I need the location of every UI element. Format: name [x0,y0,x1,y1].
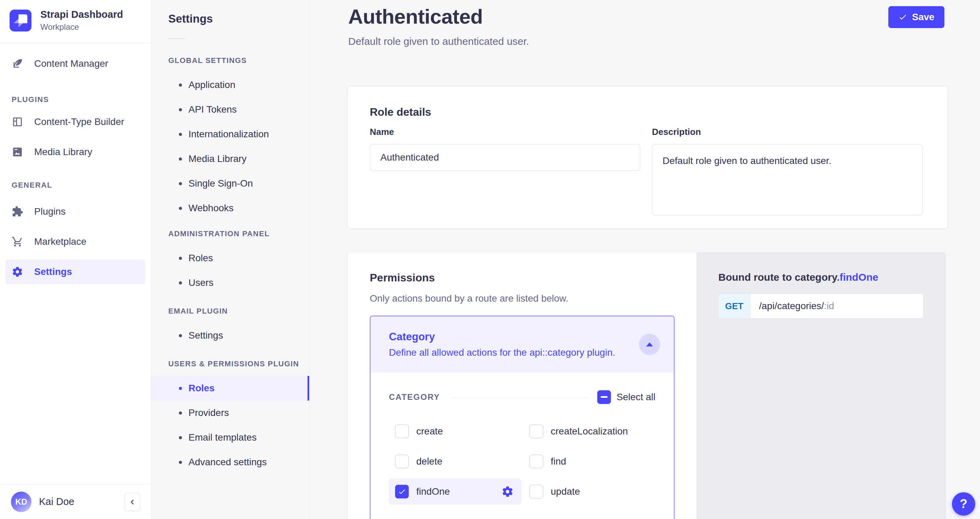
sidebar-item-settings[interactable]: Settings [5,260,145,284]
sidebar-item-label: Marketplace [34,236,86,247]
sidebar-item-content-manager[interactable]: Content Manager [5,51,145,76]
permission-update: update [523,485,655,498]
feather-pen-icon [12,58,23,70]
collapse-accordion-button[interactable] [639,334,660,355]
settings-subnav: Settings GLOBAL SETTINGS Application API… [151,0,310,519]
route-display: GET /api/categories/:id [718,294,924,319]
picture-icon [12,146,23,158]
permissions-grid: create createLocalization delete [389,416,655,507]
permissions-subtitle: Only actions bound by a route are listed… [370,293,675,304]
accordion-title: Category [389,331,616,343]
workspace-title: Strapi Dashboard [40,9,123,20]
sidebar-item-marketplace[interactable]: Marketplace [5,229,145,254]
gear-icon [12,266,23,278]
select-all-label: Select all [616,392,655,402]
layout-grid-icon [12,116,23,128]
name-label: Name [370,127,640,137]
subnav-item-media-library[interactable]: Media Library [151,147,309,171]
triangle-up-icon [646,342,653,347]
page-subtitle: Default role given to authenticated user… [348,36,529,47]
sidebar-item-plugins[interactable]: Plugins [5,199,145,224]
subnav-item-internationalization[interactable]: Internationalization [151,122,309,147]
description-label: Description [652,127,923,137]
role-details-heading: Role details [370,106,926,118]
find-checkbox[interactable] [530,455,543,468]
strapi-logo-icon [10,10,32,32]
nav-section-general: GENERAL [0,181,151,190]
category-accordion-header[interactable]: Category Define all allowed actions for … [371,316,674,372]
check-icon [898,13,907,22]
avatar: KD [11,492,32,512]
createLocalization-checkbox[interactable] [530,425,543,438]
sidebar-footer: KD Kai Doe ‹ [0,484,151,519]
permission-create: create [389,425,523,438]
save-button[interactable]: Save [888,6,944,28]
page-title: Authenticated [348,5,483,29]
indeterminate-icon [601,396,608,398]
user-name: Kai Doe [39,496,74,507]
findOne-checkbox[interactable] [395,485,409,498]
select-all-checkbox[interactable] [597,390,611,404]
name-input[interactable] [370,144,640,171]
route-path: /api/categories/:id [750,300,834,311]
shopping-cart-icon [12,236,23,248]
accordion-subtitle: Define all allowed actions for the api::… [389,347,616,358]
subnav-item-single-sign-on[interactable]: Single Sign-On [151,171,309,196]
subnav-item-api-tokens[interactable]: API Tokens [151,97,309,122]
category-group-label: CATEGORY [389,392,440,402]
bound-route-action: .findOne [837,271,878,283]
create-checkbox[interactable] [395,425,409,438]
check-icon [398,487,406,496]
sidebar-item-media-library[interactable]: Media Library [5,140,145,164]
bound-route-title: Bound route to category.findOne [718,271,924,283]
subnav-item-up-roles[interactable]: Roles [151,376,309,401]
question-mark-icon: ? [960,497,967,511]
delete-checkbox[interactable] [395,455,409,468]
help-button[interactable]: ? [952,492,975,516]
subnav-item-up-advanced-settings[interactable]: Advanced settings [151,450,309,474]
subnav-title: Settings [151,12,309,26]
chevron-left-icon: ‹ [130,494,134,508]
subnav-item-application[interactable]: Application [151,73,309,97]
subnav-item-webhooks[interactable]: Webhooks [151,196,309,220]
subnav-section-administration-panel: ADMINISTRATION PANEL [151,230,309,238]
permission-delete: delete [389,455,523,468]
category-accordion-body: CATEGORY Select all create cr [371,372,674,519]
main-sidebar: Strapi Dashboard Workplace Content Manag… [0,0,151,519]
http-method-badge: GET [719,294,750,318]
description-textarea[interactable]: Default role given to authenticated user… [652,144,923,216]
bound-route-panel: Bound route to category.findOne GET /api… [697,252,946,519]
sidebar-item-label: Plugins [34,206,66,217]
divider [452,397,588,398]
subnav-item-admin-users[interactable]: Users [151,270,309,295]
sidebar-item-label: Content Manager [34,58,108,69]
subnav-section-email-plugin: EMAIL PLUGIN [151,307,309,315]
subnav-item-admin-roles[interactable]: Roles [151,246,309,270]
workspace-brand[interactable]: Strapi Dashboard Workplace [0,0,151,43]
permissions-heading: Permissions [370,271,675,284]
permission-findOne[interactable]: findOne [389,479,521,505]
category-accordion: Category Define all allowed actions for … [370,316,675,519]
subnav-section-global-settings: GLOBAL SETTINGS [151,57,309,64]
subnav-divider [168,38,185,39]
puzzle-icon [12,206,23,217]
workspace-subtitle: Workplace [40,22,123,32]
permission-createLocalization: createLocalization [523,425,655,438]
collapse-sidebar-button[interactable]: ‹ [125,493,140,511]
sidebar-item-label: Content-Type Builder [34,117,124,127]
permissions-card: Permissions Only actions bound by a rout… [348,252,697,519]
sidebar-item-label: Settings [34,266,72,277]
route-param: :id [824,300,834,311]
permission-find: find [523,455,655,468]
subnav-item-email-settings[interactable]: Settings [151,323,309,348]
subnav-section-users-permissions-plugin: USERS & PERMISSIONS PLUGIN [151,360,309,368]
subnav-item-up-providers[interactable]: Providers [151,401,309,425]
nav-section-plugins: PLUGINS [0,95,151,104]
subnav-item-up-email-templates[interactable]: Email templates [151,425,309,450]
sidebar-item-label: Media Library [34,147,92,158]
sidebar-item-content-type-builder[interactable]: Content-Type Builder [5,110,145,134]
update-checkbox[interactable] [530,485,543,498]
permission-settings-gear-icon[interactable] [501,485,514,498]
role-details-card: Role details Name Description Default ro… [348,86,948,228]
